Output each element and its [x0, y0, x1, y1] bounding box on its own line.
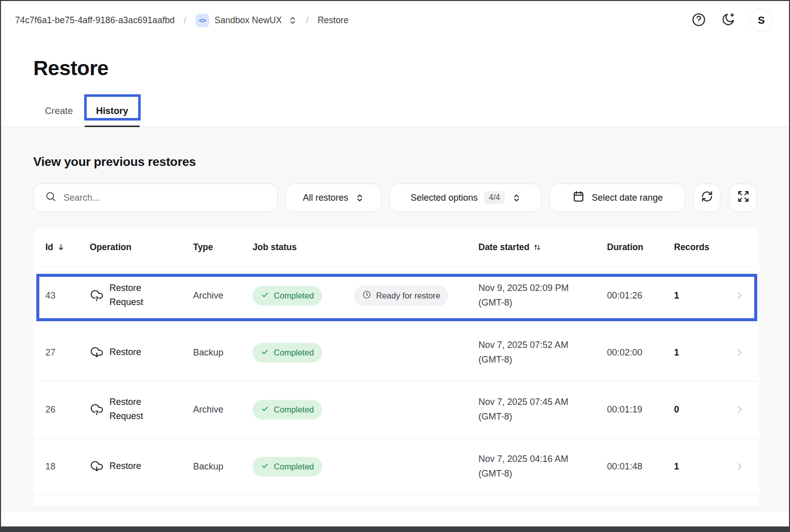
expand-button[interactable]	[730, 184, 757, 212]
row-operation-label: Restore	[109, 345, 141, 360]
chevron-right-icon[interactable]	[734, 347, 747, 358]
sort-desc-icon	[57, 243, 65, 251]
breadcrumb-separator: /	[184, 15, 187, 26]
table-row-18[interactable]: 18 Restore Backup Completed Nov 7, 2	[33, 438, 759, 495]
row-operation-label: Restore	[109, 459, 141, 474]
restores-filter-dropdown[interactable]: All restores	[285, 184, 382, 212]
expand-icon	[737, 190, 750, 205]
row-id: 43	[45, 290, 90, 301]
breadcrumb-project-id[interactable]: 74c7f6a1-be75-4aff-9186-a3ac691aafbd	[15, 15, 175, 26]
row-id: 18	[45, 461, 90, 472]
column-header-job-status[interactable]: Job status	[253, 242, 354, 253]
chevron-right-icon[interactable]	[734, 461, 747, 472]
row-duration: 00:01:48	[607, 461, 674, 472]
row-records: 1	[674, 461, 724, 472]
cloud-question-icon: ?	[90, 401, 104, 418]
row-id: 26	[45, 404, 90, 415]
row-type: Archive	[193, 404, 253, 415]
tab-bar: Create History	[33, 95, 757, 127]
svg-text:?: ?	[95, 409, 99, 416]
table-row-43[interactable]: 43 ? Restore Request Archive Completed	[33, 267, 759, 324]
job-status-badge: Completed	[253, 457, 322, 477]
row-duration: 00:02:00	[607, 347, 674, 358]
clock-icon	[362, 290, 372, 302]
table-row-26[interactable]: 26 ? Restore Request Archive Completed	[33, 381, 759, 438]
sort-both-icon	[533, 244, 541, 251]
check-icon	[261, 461, 269, 472]
options-filter-label: Selected options	[410, 193, 477, 203]
help-button[interactable]	[691, 12, 706, 29]
restores-filter-label: All restores	[303, 193, 348, 203]
avatar-initial: S	[758, 14, 765, 26]
svg-text:?: ?	[95, 295, 99, 302]
breadcrumb-environment: Sandbox NewUX	[215, 15, 282, 26]
row-id: 27	[45, 347, 90, 358]
refresh-button[interactable]	[693, 184, 720, 212]
code-brackets-icon: <>	[196, 14, 209, 27]
row-operation: ? Restore Request	[90, 395, 193, 424]
options-filter-dropdown[interactable]: Selected options 4/4	[390, 184, 541, 212]
row-operation: ? Restore Request	[90, 281, 193, 310]
row-date-started: Nov 9, 2025 02:09 PM (GMT-8)	[478, 281, 607, 310]
restores-table: Id Operation Type Job status Date starte…	[33, 227, 759, 506]
page-title: Restore	[33, 56, 757, 80]
chevron-up-down-icon	[512, 194, 521, 202]
row-records: 1	[674, 290, 724, 301]
row-duration: 00:01:19	[607, 404, 674, 415]
dark-mode-toggle[interactable]	[720, 12, 736, 29]
table-row-27[interactable]: 27 Restore Backup Completed Nov 7, 2	[33, 324, 759, 381]
row-operation-label: Restore Request	[109, 395, 158, 424]
row-type: Archive	[193, 290, 253, 301]
row-operation-label: Restore Request	[109, 281, 158, 310]
chevron-up-down-icon	[288, 16, 297, 25]
row-date-started: Nov 7, 2025 07:45 AM (GMT-8)	[478, 395, 607, 424]
table-toolbar: All restores Selected options 4/4 Select…	[33, 184, 757, 212]
user-avatar[interactable]: S	[750, 9, 773, 32]
check-icon	[261, 347, 269, 358]
dark-mode-moon-icon	[720, 12, 736, 29]
help-circle-icon	[691, 12, 706, 29]
row-operation: Restore	[90, 344, 193, 361]
row-records: 0	[674, 404, 724, 415]
row-records: 1	[674, 347, 724, 358]
date-range-label: Select date range	[592, 193, 663, 203]
row-type: Backup	[193, 347, 253, 358]
section-heading: View your previous restores	[33, 127, 757, 169]
search-input[interactable]	[64, 193, 266, 203]
table-header-row: Id Operation Type Job status Date starte…	[33, 227, 759, 267]
breadcrumb-page[interactable]: Restore	[318, 15, 348, 26]
app-window: 74c7f6a1-be75-4aff-9186-a3ac691aafbd / <…	[0, 0, 790, 532]
chevron-right-icon[interactable]	[734, 404, 747, 415]
date-range-button[interactable]: Select date range	[550, 184, 685, 212]
search-icon	[45, 191, 56, 205]
chevron-right-icon[interactable]	[734, 290, 747, 301]
cloud-download-icon	[90, 344, 104, 361]
breadcrumb-separator: /	[306, 15, 309, 26]
tab-history[interactable]: History	[85, 95, 140, 127]
breadcrumb: 74c7f6a1-be75-4aff-9186-a3ac691aafbd / <…	[15, 14, 348, 27]
check-icon	[261, 290, 269, 301]
column-header-records[interactable]: Records	[674, 242, 724, 253]
window-bottom-edge	[1, 526, 789, 531]
row-operation: Restore	[90, 458, 193, 475]
page-header: Restore Create History	[1, 56, 789, 127]
check-icon	[261, 404, 269, 415]
column-header-operation[interactable]: Operation	[90, 242, 193, 253]
environment-switcher[interactable]: <> Sandbox NewUX	[196, 14, 297, 27]
history-panel: View your previous restores All restores…	[1, 127, 789, 512]
search-field[interactable]	[33, 184, 278, 212]
column-header-date-started[interactable]: Date started	[478, 242, 607, 253]
column-header-duration[interactable]: Duration	[607, 242, 674, 253]
column-header-id[interactable]: Id	[45, 242, 90, 253]
job-status-badge: Completed	[253, 400, 322, 420]
options-count-badge: 4/4	[484, 191, 505, 204]
row-duration: 00:01:26	[607, 290, 674, 301]
cloud-download-icon	[90, 458, 104, 475]
table-row-partial	[33, 495, 759, 506]
job-status-badge: Completed	[253, 286, 322, 306]
tab-history-label: History	[96, 105, 129, 116]
cloud-question-icon: ?	[90, 287, 104, 304]
tab-create[interactable]: Create	[33, 95, 85, 127]
top-bar-actions: S	[691, 9, 773, 32]
column-header-type[interactable]: Type	[193, 242, 253, 253]
